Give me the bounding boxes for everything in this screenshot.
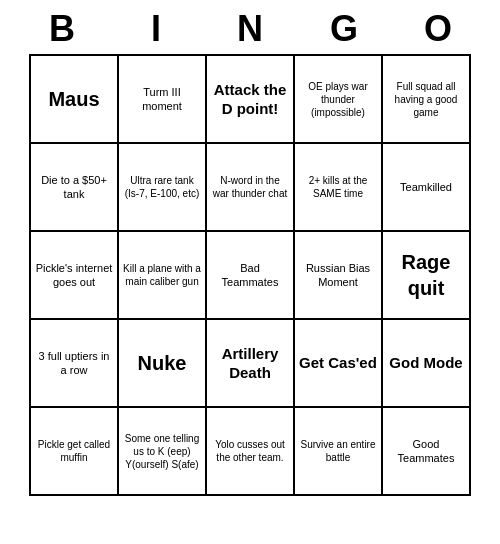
bingo-cell-4[interactable]: Full squad all having a good game xyxy=(383,56,471,144)
header-letter-I: I xyxy=(112,8,200,50)
bingo-cell-20[interactable]: Pickle get called muffin xyxy=(31,408,119,496)
bingo-cell-11[interactable]: Kill a plane with a main caliber gun xyxy=(119,232,207,320)
bingo-cell-15[interactable]: 3 full uptiers in a row xyxy=(31,320,119,408)
bingo-cell-6[interactable]: Ultra rare tank (Is-7, E-100, etc) xyxy=(119,144,207,232)
bingo-cell-0[interactable]: Maus xyxy=(31,56,119,144)
bingo-cell-23[interactable]: Survive an entire battle xyxy=(295,408,383,496)
bingo-cell-22[interactable]: Yolo cusses out the other team. xyxy=(207,408,295,496)
bingo-cell-14[interactable]: Rage quit xyxy=(383,232,471,320)
bingo-cell-19[interactable]: God Mode xyxy=(383,320,471,408)
bingo-cell-17[interactable]: Artillery Death xyxy=(207,320,295,408)
bingo-cell-9[interactable]: Teamkilled xyxy=(383,144,471,232)
bingo-cell-21[interactable]: Some one telling us to K (eep) Y(ourself… xyxy=(119,408,207,496)
header-letter-O: O xyxy=(394,8,482,50)
bingo-cell-7[interactable]: N-word in the war thunder chat xyxy=(207,144,295,232)
bingo-header: BINGO xyxy=(15,0,485,54)
header-letter-B: B xyxy=(18,8,106,50)
bingo-cell-16[interactable]: Nuke xyxy=(119,320,207,408)
bingo-cell-5[interactable]: Die to a $50+ tank xyxy=(31,144,119,232)
bingo-grid: MausTurm III momentAttack the D point!OE… xyxy=(29,54,471,496)
header-letter-G: G xyxy=(300,8,388,50)
bingo-cell-13[interactable]: Russian Bias Moment xyxy=(295,232,383,320)
bingo-cell-3[interactable]: OE plays war thunder (impossible) xyxy=(295,56,383,144)
bingo-cell-10[interactable]: Pickle's internet goes out xyxy=(31,232,119,320)
bingo-cell-8[interactable]: 2+ kills at the SAME time xyxy=(295,144,383,232)
bingo-cell-1[interactable]: Turm III moment xyxy=(119,56,207,144)
header-letter-N: N xyxy=(206,8,294,50)
bingo-cell-2[interactable]: Attack the D point! xyxy=(207,56,295,144)
bingo-cell-24[interactable]: Good Teammates xyxy=(383,408,471,496)
bingo-cell-12[interactable]: Bad Teammates xyxy=(207,232,295,320)
bingo-cell-18[interactable]: Get Cas'ed xyxy=(295,320,383,408)
